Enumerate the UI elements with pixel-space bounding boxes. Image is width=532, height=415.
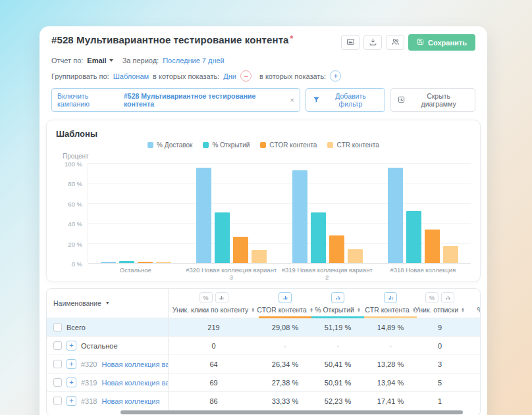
row-cell: 50,41 % — [311, 355, 364, 373]
share-users-button[interactable] — [386, 35, 404, 50]
bar-CTOR контента[interactable] — [425, 230, 440, 263]
bar-CTOR контента[interactable] — [329, 235, 344, 263]
row-cell: 1 — [417, 392, 463, 410]
column-header-2[interactable]: %Уник. клики по контенту▲▼ — [169, 289, 259, 318]
row-label[interactable]: Новая коллекция вариант 2 — [101, 379, 169, 387]
bar-% Открытий[interactable] — [215, 212, 230, 263]
legend-item: CTR контента — [327, 141, 379, 149]
row-cell: 50,91 % — [311, 374, 364, 391]
save-icon — [417, 38, 424, 47]
sort-icon[interactable]: ▲▼ — [357, 307, 361, 312]
campaign-filter-chip[interactable]: Включить кампанию #528 Мультивариантное … — [51, 88, 300, 112]
row-label[interactable]: Новая коллекция вариант 3 — [101, 360, 169, 368]
save-button[interactable]: Сохранить — [408, 34, 475, 51]
row-cell: 69 — [169, 374, 259, 391]
remove-filter-icon[interactable]: × — [290, 96, 294, 104]
table-header-row: Наименование▼%Уник. клики по контенту▲▼C… — [47, 289, 480, 318]
percent-toggle-icon[interactable]: % — [425, 292, 439, 303]
row-cell: 0 — [169, 337, 259, 354]
expand-row-button[interactable]: + — [66, 396, 76, 406]
bar-% Доставок[interactable] — [292, 170, 307, 263]
bar-CTR контента[interactable] — [252, 250, 267, 263]
chevron-down-icon — [109, 59, 113, 62]
bar-CTOR контента[interactable] — [233, 237, 248, 263]
show-in-value-link[interactable]: Дни — [223, 72, 236, 80]
row-name-cell: +Остальное — [47, 337, 169, 354]
required-asterisk: * — [290, 34, 294, 43]
row-label: Всего — [66, 324, 86, 331]
percent-toggle-icon[interactable]: % — [200, 292, 213, 303]
download-button[interactable] — [363, 35, 382, 50]
row-cell: 33,33 % — [259, 392, 311, 410]
chart-toggle-icon[interactable] — [441, 292, 454, 303]
row-cell: 51,19 % — [311, 318, 364, 336]
row-checkbox[interactable] — [53, 397, 62, 405]
chart-toggle-icon[interactable] — [331, 292, 344, 303]
add-filter-label: Добавить фильтр — [323, 92, 378, 108]
y-axis-tick: 100 % — [56, 160, 82, 168]
bar-% Открытий[interactable] — [311, 212, 326, 263]
bar-CTR контента[interactable] — [443, 246, 458, 263]
bar-CTR контента[interactable] — [156, 262, 171, 263]
y-axis-tick: 0 % — [56, 260, 82, 268]
chart-legend: % Доставок% ОткрытийCTOR контентаCTR кон… — [56, 141, 471, 149]
horizontal-scrollbar-thumb[interactable] — [120, 410, 463, 414]
column-label-text: % Открытий — [315, 306, 354, 314]
report-by-dropdown[interactable]: Email — [87, 57, 113, 64]
row-cell: 0 — [417, 337, 463, 354]
row-cell: 9 — [417, 318, 463, 336]
bar-CTR контента[interactable] — [348, 249, 363, 263]
add-grouping-button[interactable]: + — [330, 70, 341, 82]
expand-row-button[interactable]: + — [66, 378, 76, 387]
bar-% Доставок[interactable] — [388, 168, 403, 263]
column-header-1[interactable]: Наименование▼ — [47, 289, 169, 318]
column-label: CTOR контента▲▼ — [257, 306, 313, 314]
sort-icon[interactable]: ▲▼ — [251, 307, 255, 312]
legend-item: CTOR контента — [260, 141, 317, 149]
download-icon — [369, 37, 377, 48]
row-checkbox[interactable] — [53, 341, 62, 350]
row-checkbox[interactable] — [53, 360, 62, 368]
bar-% Открытий[interactable] — [406, 211, 421, 263]
expand-row-button[interactable]: + — [66, 359, 76, 369]
bar-% Доставок[interactable] — [196, 168, 211, 263]
expand-row-button[interactable]: + — [66, 341, 76, 351]
chart-toggle-icon[interactable] — [215, 292, 228, 303]
card-view-button[interactable] — [341, 35, 359, 50]
row-cell: - — [364, 337, 417, 354]
chart-toggle-icon[interactable] — [384, 292, 397, 303]
row-cell: 27,38 % — [259, 374, 311, 391]
add-filter-button[interactable]: Добавить фильтр — [306, 88, 385, 112]
hide-chart-button[interactable]: Скрыть диаграмму — [390, 88, 475, 112]
column-header-6[interactable]: %Уник. отписки▲▼ — [417, 289, 463, 318]
legend-swatch-icon — [260, 142, 266, 148]
row-label[interactable]: Новая коллекция — [101, 397, 159, 405]
period-value-link[interactable]: Последние 7 дней — [163, 57, 225, 64]
column-header-7[interactable]: % Отписок — [463, 289, 481, 318]
legend-swatch-icon — [147, 142, 153, 148]
column-label: % Открытий▲▼ — [315, 306, 361, 314]
bar-% Открытий[interactable] — [119, 261, 134, 263]
chart-toggle-icon[interactable] — [279, 292, 292, 303]
page-title: #528 Мультивариантное тестирование конте… — [51, 34, 293, 45]
horizontal-scrollbar-track[interactable] — [47, 410, 480, 415]
row-name-cell: +#318Новая коллекция — [47, 392, 169, 410]
x-axis-label: Остальное — [88, 266, 184, 281]
column-header-5[interactable]: CTR контента▲▼ — [364, 289, 417, 318]
legend-label: % Доставок — [157, 141, 192, 149]
row-checkbox[interactable] — [53, 323, 62, 331]
bar-CTOR контента[interactable] — [138, 262, 153, 263]
column-label-text: Уник. клики по контенту — [173, 306, 249, 314]
column-header-3[interactable]: CTOR контента▲▼ — [259, 289, 311, 318]
row-name-cell: +#320Новая коллекция вариант 3 — [47, 355, 169, 373]
row-cell: 5 — [417, 374, 463, 391]
remove-grouping-button[interactable]: − — [240, 70, 252, 82]
sort-desc-icon[interactable]: ▼ — [105, 301, 110, 305]
row-cell — [463, 355, 481, 373]
column-label-text: CTR контента — [365, 306, 410, 314]
header-actions: Сохранить — [341, 34, 475, 51]
row-checkbox[interactable] — [53, 378, 62, 387]
group-by-value-link[interactable]: Шаблонам — [113, 72, 149, 80]
column-header-4[interactable]: % Открытий▲▼ — [311, 289, 364, 318]
bar-% Доставок[interactable] — [101, 262, 116, 263]
